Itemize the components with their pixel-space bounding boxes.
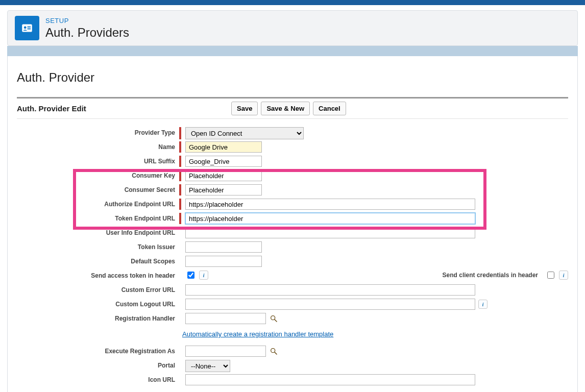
name-input[interactable] — [185, 141, 262, 153]
header-title: Auth. Providers — [45, 26, 129, 40]
row-registration-handler: Registration Handler — [19, 313, 568, 327]
label-default-scopes: Default Scopes — [19, 256, 179, 265]
icon-url-input[interactable] — [185, 374, 475, 385]
consumer-secret-input[interactable] — [185, 184, 262, 195]
label-consumer-key: Consumer Key — [19, 170, 179, 179]
required-bar — [179, 213, 181, 224]
default-scopes-input[interactable] — [185, 256, 262, 267]
required-bar — [179, 156, 181, 167]
label-send-client-header: Send client credentials in header — [443, 272, 538, 279]
row-token-issuer: Token Issuer — [19, 241, 568, 256]
required-bar — [179, 141, 181, 153]
row-consumer-secret: Consumer Secret — [19, 184, 568, 199]
label-execute-registration-as: Execute Registration As — [19, 346, 179, 355]
setup-header: SETUP Auth. Providers — [7, 10, 578, 46]
form: Provider Type Open ID Connect Name URL S… — [17, 127, 568, 392]
svg-point-1 — [24, 27, 27, 29]
row-consumer-key: Consumer Key — [19, 170, 568, 184]
url-suffix-input[interactable] — [185, 156, 262, 167]
svg-rect-2 — [28, 27, 31, 28]
page-title: Auth. Provider — [17, 70, 568, 85]
provider-type-select[interactable]: Open ID Connect — [185, 127, 304, 139]
top-blue-bar — [0, 0, 585, 5]
required-bar — [179, 127, 181, 139]
row-custom-logout-url: Custom Logout URL i — [19, 299, 568, 313]
eyebrow: SETUP — [45, 17, 129, 24]
main-card: Auth. Provider Auth. Provider Edit Save … — [7, 56, 578, 392]
row-default-scopes: Default Scopes — [19, 256, 568, 270]
save-new-button[interactable]: Save & New — [261, 102, 310, 115]
label-icon-url: Icon URL — [19, 374, 179, 383]
row-name: Name — [19, 141, 568, 156]
send-client-header-checkbox[interactable] — [547, 272, 554, 279]
svg-line-5 — [275, 320, 277, 322]
svg-line-7 — [275, 352, 277, 354]
row-url-suffix: URL Suffix — [19, 156, 568, 170]
info-icon[interactable]: i — [478, 300, 488, 309]
required-bar — [179, 199, 181, 210]
label-custom-error-url: Custom Error URL — [19, 284, 179, 293]
row-portal: Portal --None-- — [19, 360, 568, 374]
label-portal: Portal — [19, 360, 179, 369]
lookup-icon[interactable] — [269, 347, 278, 356]
save-button[interactable]: Save — [231, 102, 258, 115]
send-token-header-checkbox[interactable] — [187, 272, 194, 279]
label-authorize-endpoint: Authorize Endpoint URL — [19, 199, 179, 208]
row-custom-error-url: Custom Error URL — [19, 284, 568, 299]
execute-registration-as-input[interactable] — [185, 346, 266, 357]
label-registration-handler: Registration Handler — [19, 313, 179, 322]
page-icon — [15, 16, 39, 40]
label-token-issuer: Token Issuer — [19, 241, 179, 251]
row-token-endpoint: Token Endpoint URL — [19, 213, 568, 227]
userinfo-endpoint-input[interactable] — [185, 227, 475, 238]
cancel-button[interactable]: Cancel — [313, 102, 346, 115]
label-name: Name — [19, 141, 179, 151]
label-send-token-header: Send access token in header — [19, 270, 179, 279]
row-send-token-header: Send access token in header i Send clien… — [19, 270, 568, 284]
row-icon-url: Icon URL — [19, 374, 568, 388]
authorize-endpoint-input[interactable] — [185, 199, 475, 210]
svg-rect-0 — [22, 24, 32, 32]
label-token-endpoint: Token Endpoint URL — [19, 213, 179, 222]
row-execute-registration-as: Execute Registration As — [19, 346, 568, 360]
row-provider-type: Provider Type Open ID Connect — [19, 127, 568, 141]
required-bar — [179, 184, 181, 195]
reg-handler-link[interactable]: Automatically create a registration hand… — [182, 330, 333, 338]
banner-strip — [7, 46, 578, 56]
info-icon[interactable]: i — [199, 271, 208, 280]
token-endpoint-input[interactable] — [185, 213, 475, 224]
section-header: Auth. Provider Edit Save Save & New Canc… — [17, 102, 568, 119]
info-icon[interactable]: i — [559, 271, 568, 280]
label-custom-logout-url: Custom Logout URL — [19, 299, 179, 308]
custom-error-url-input[interactable] — [185, 284, 475, 296]
consumer-key-input[interactable] — [185, 170, 262, 181]
token-issuer-input[interactable] — [185, 241, 262, 253]
required-bar — [179, 170, 181, 181]
label-userinfo-endpoint: User Info Endpoint URL — [19, 227, 179, 236]
registration-handler-input[interactable] — [185, 313, 266, 324]
label-consumer-secret: Consumer Secret — [19, 184, 179, 193]
lookup-icon[interactable] — [269, 314, 278, 323]
row-authorize-endpoint: Authorize Endpoint URL — [19, 199, 568, 213]
row-userinfo-endpoint: User Info Endpoint URL — [19, 227, 568, 241]
custom-logout-url-input[interactable] — [185, 299, 475, 310]
divider — [17, 97, 568, 99]
label-url-suffix: URL Suffix — [19, 156, 179, 165]
portal-select[interactable]: --None-- — [185, 360, 230, 372]
section-title: Auth. Provider Edit — [17, 104, 231, 113]
svg-rect-3 — [28, 29, 31, 30]
label-provider-type: Provider Type — [19, 127, 179, 136]
